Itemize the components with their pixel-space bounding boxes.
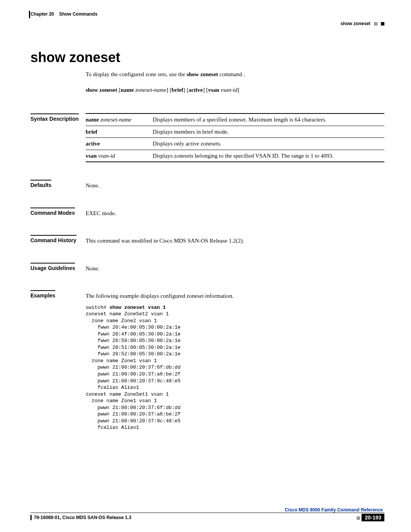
cli-prompt: switch#: [86, 305, 109, 310]
syntax-description-section: Syntax Description name zoneset-name Dis…: [30, 115, 384, 162]
intro-pre: To display the configured zone sets, use…: [86, 71, 186, 77]
syntax-kw: active: [188, 87, 202, 93]
syntax-desc-cell: Displays only active zonesets.: [153, 138, 384, 150]
syntax-kw: brief: [172, 87, 183, 93]
section-label: Command Modes: [30, 208, 75, 216]
intro-paragraph: To display the configured zone sets, use…: [86, 70, 384, 79]
section-body: None.: [86, 181, 384, 190]
command-title: show zoneset: [30, 50, 384, 66]
syntax-bracket: ]: [237, 87, 239, 93]
main-content: show zoneset To display the configured z…: [30, 50, 384, 431]
kw: name: [86, 117, 99, 123]
syntax-desc-cell: Displays members in brief mode.: [153, 126, 384, 138]
cli-output: zoneset name ZoneSet2 vsan 1 zone name Z…: [86, 311, 181, 430]
syntax-table: name zoneset-name Displays members of a …: [86, 113, 384, 162]
section-body: EXEC mode.: [86, 209, 384, 218]
syntax-bracket: ] [: [203, 87, 208, 93]
section-label: Defaults: [30, 180, 51, 188]
page-number: 20-193: [362, 514, 384, 521]
syntax-desc-cell: Displays members of a specified zoneset.…: [153, 113, 384, 126]
section-label-column: Syntax Description: [30, 115, 86, 122]
syntax-bracket: ] [: [166, 87, 172, 93]
footer-right-group: 20-193: [357, 514, 384, 521]
section-label-column: Examples: [30, 292, 86, 299]
section-label-column: Usage Guidelines: [30, 264, 86, 272]
header-rule: [29, 11, 30, 18]
footer-book-title: Cisco MDS 9000 Family Command Reference: [30, 507, 384, 513]
footer-rule: [30, 513, 384, 513]
square-icon: [357, 516, 360, 520]
syntax-keyword-cell: active: [86, 138, 153, 150]
syntax-keyword-cell: vsan vsan-id: [86, 150, 153, 162]
section-label: Usage Guidelines: [30, 263, 75, 271]
section-label: Command History: [30, 235, 76, 243]
syntax-keyword-cell: name zoneset-name: [86, 113, 153, 126]
syntax-arg: vsan-id: [221, 87, 237, 93]
table-row: active Displays only active zonesets.: [86, 138, 384, 150]
syntax-kw: show zoneset: [86, 87, 117, 93]
syntax-arg: zoneset-name: [135, 87, 166, 93]
usage-guidelines-section: Usage Guidelines None.: [30, 264, 384, 273]
syntax-bracket: ] [: [183, 87, 189, 93]
section-body: name zoneset-name Displays members of a …: [86, 115, 384, 162]
section-label-column: Command History: [30, 236, 86, 244]
square-icon: [381, 22, 384, 26]
syntax-keyword-cell: brief: [86, 126, 153, 138]
page-header-section: show zoneset: [341, 21, 384, 26]
kw-arg: vsan-id: [98, 153, 115, 159]
section-body: The following example displays configure…: [86, 292, 384, 431]
section-body: This command was modified in Cisco MDS S…: [86, 236, 384, 245]
examples-section: Examples The following example displays …: [30, 292, 384, 431]
section-label: Examples: [30, 290, 55, 299]
page-header: Chapter 20 Show Commands: [30, 11, 384, 17]
section-body: None.: [86, 264, 384, 273]
defaults-section: Defaults None.: [30, 181, 384, 190]
syntax-desc-cell: Displays zonesets belonging to the speci…: [153, 150, 384, 162]
table-row: vsan vsan-id Displays zonesets belonging…: [86, 150, 384, 162]
example-code-block: switch# show zoneset vsan 1 zoneset name…: [86, 304, 384, 431]
kw: vsan: [86, 153, 97, 159]
square-icon: [374, 22, 378, 26]
kw: brief: [86, 129, 97, 135]
page: Chapter 20 Show Commands show zoneset sh…: [0, 0, 411, 532]
chapter-title: Show Commands: [59, 11, 97, 17]
syntax-line: show zoneset [name zoneset-name] [brief]…: [86, 86, 384, 94]
syntax-kw: name: [121, 87, 134, 93]
page-footer: Cisco MDS 9000 Family Command Reference …: [30, 507, 384, 521]
examples-intro: The following example displays configure…: [86, 292, 384, 300]
footer-doc-id: 78-16088-01, Cisco MDS SAN-OS Release 1.…: [34, 515, 131, 520]
section-label: Syntax Description: [30, 113, 79, 122]
kw-arg: zoneset-name: [100, 117, 132, 123]
cli-command: show zoneset vsan 1: [109, 305, 166, 310]
syntax-kw: vsan: [208, 87, 219, 93]
command-modes-section: Command Modes EXEC mode.: [30, 209, 384, 218]
chapter-label: Chapter 20: [30, 11, 54, 17]
intro-command: show zoneset: [186, 71, 218, 77]
section-label-column: Defaults: [30, 181, 86, 189]
table-row: brief Displays members in brief mode.: [86, 126, 384, 138]
kw: active: [86, 141, 100, 147]
footer-bar-icon: [30, 515, 32, 520]
table-row: name zoneset-name Displays members of a …: [86, 113, 384, 126]
section-label-column: Command Modes: [30, 209, 86, 216]
footer-bottom-row: 78-16088-01, Cisco MDS SAN-OS Release 1.…: [30, 514, 384, 521]
header-section-name: show zoneset: [341, 21, 371, 26]
intro-post: command .: [218, 71, 245, 77]
command-history-section: Command History This command was modifie…: [30, 236, 384, 245]
footer-left: 78-16088-01, Cisco MDS SAN-OS Release 1.…: [30, 515, 131, 520]
